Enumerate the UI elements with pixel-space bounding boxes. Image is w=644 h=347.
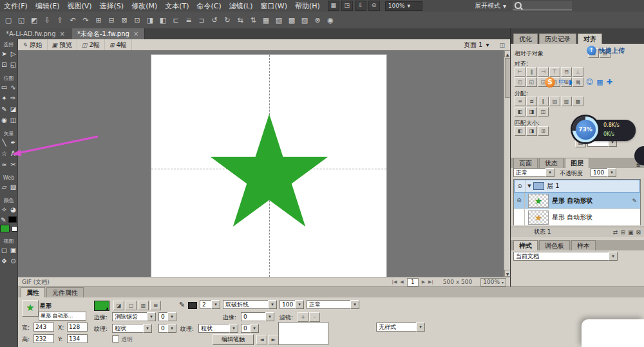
- match-size-icon[interactable]: ◨: [526, 126, 537, 136]
- align-left-icon[interactable]: ⊏: [170, 14, 182, 26]
- standard-screen-icon[interactable]: ▢: [1, 245, 8, 256]
- distribute-icon[interactable]: ▤: [549, 97, 560, 106]
- bring-to-front-icon[interactable]: ◨: [144, 14, 156, 26]
- shape-name-field[interactable]: 星形 自动形...: [39, 312, 86, 321]
- magnification-select[interactable]: 100% ▾: [385, 1, 422, 11]
- align-icon[interactable]: ◱: [526, 77, 537, 87]
- edit-layer-icon[interactable]: ✎: [632, 198, 637, 204]
- send-to-back-icon[interactable]: ◧: [157, 14, 169, 26]
- visibility-eye-icon[interactable]: ⊙: [514, 192, 525, 209]
- layer-folder-row[interactable]: ⊙ ▼ 层 1: [514, 180, 640, 192]
- arrange-icon[interactable]: ◳: [341, 1, 353, 11]
- visibility-eye-icon[interactable]: ⊙: [515, 180, 526, 192]
- quick-upload-widget[interactable]: ↑ 快捷上传: [587, 46, 625, 55]
- tab-swatches[interactable]: 样本: [571, 240, 596, 250]
- align-icon[interactable]: ⊥: [573, 67, 583, 77]
- add-filter-button[interactable]: +: [298, 312, 308, 322]
- crop-tool-icon[interactable]: ◱: [10, 59, 17, 70]
- full-screen-icon[interactable]: ▣: [10, 245, 17, 256]
- flip-horizontal-icon[interactable]: ⇆: [234, 14, 246, 26]
- remove-filter-button[interactable]: -: [309, 312, 320, 322]
- pen-tool-icon[interactable]: ✒: [10, 137, 17, 148]
- eyedropper-tool-icon[interactable]: ✧: [1, 204, 8, 215]
- distribute-icon[interactable]: ▥: [561, 97, 572, 106]
- import-icon[interactable]: ⇩: [41, 14, 53, 26]
- layer-row-selected[interactable]: ⊙ ★ 星形 自动形状 ✎: [514, 192, 640, 209]
- x-field[interactable]: 128: [67, 323, 88, 332]
- menu-item[interactable]: 滤镜(L): [225, 1, 257, 12]
- tab-optimize[interactable]: 优化: [513, 33, 538, 44]
- match-size-icon[interactable]: ⊞: [538, 126, 549, 136]
- align-icon[interactable]: ⊟: [561, 67, 572, 77]
- blur-tool-icon[interactable]: ◉: [1, 115, 8, 126]
- magic-wand-tool-icon[interactable]: ✦: [1, 93, 8, 104]
- group-icon[interactable]: ⊞: [93, 14, 104, 26]
- align-icon[interactable]: ⊤: [549, 67, 560, 77]
- rotate-ccw-icon[interactable]: ↺: [209, 14, 220, 26]
- menu-item[interactable]: 帮助(H): [291, 1, 324, 12]
- previous-frame-icon[interactable]: ◀: [400, 279, 403, 285]
- layer-name[interactable]: 星形 自动形状: [552, 196, 592, 205]
- menu-item[interactable]: 窗口(W): [257, 1, 291, 12]
- pointer-tool-icon[interactable]: ➤: [1, 48, 8, 59]
- current-document-select[interactable]: 当前文档 ▾: [513, 252, 618, 261]
- delete-layer-icon[interactable]: ⊠: [636, 229, 641, 236]
- menu-item[interactable]: 编辑(E): [32, 1, 64, 12]
- split-icon[interactable]: ⊡: [131, 14, 143, 26]
- pencil-tool-icon[interactable]: ✎: [1, 104, 8, 115]
- document-tab-active[interactable]: *未命名-1.fw.png ×: [71, 28, 145, 39]
- fit-canvas-icon[interactable]: ▧: [273, 14, 285, 26]
- zoom-level-select[interactable]: 100% ▾: [480, 278, 506, 286]
- open-icon[interactable]: ◱: [15, 14, 27, 26]
- stroke-color-swatch[interactable]: [188, 302, 197, 309]
- stroke-color-swatch[interactable]: [8, 216, 17, 223]
- rotate-cw-icon[interactable]: ↻: [222, 14, 233, 26]
- sogou-logo-icon[interactable]: S: [545, 77, 555, 88]
- tab-styles[interactable]: 样式: [513, 240, 538, 250]
- align-icon[interactable]: ◰: [515, 77, 526, 87]
- width-field[interactable]: 243: [33, 323, 54, 332]
- knife-tool-icon[interactable]: ✂: [10, 159, 17, 170]
- layer-row[interactable]: ★ 星形 自动形状: [514, 209, 640, 226]
- blend-mode-select[interactable]: 正常 ▾: [513, 168, 554, 177]
- show-grid-icon[interactable]: ▩: [286, 14, 298, 26]
- ungroup-icon[interactable]: ⊟: [106, 14, 117, 26]
- menu-item[interactable]: 视图(V): [63, 1, 95, 12]
- freeform-tool-icon[interactable]: ≈: [1, 159, 8, 170]
- scale-tool-icon[interactable]: ⊡: [1, 59, 8, 70]
- tab-states[interactable]: 状态: [539, 158, 564, 168]
- visibility-toggle[interactable]: [514, 209, 525, 225]
- new-bitmap-icon[interactable]: ⊞: [620, 229, 625, 236]
- align-icon[interactable]: ⊣: [538, 67, 549, 77]
- next-frame-icon[interactable]: ▶: [422, 279, 425, 285]
- distribute-icon[interactable]: ≣: [526, 97, 537, 106]
- page-select[interactable]: 页面 1 ▾: [459, 41, 495, 50]
- distribute-icon[interactable]: ∥: [538, 97, 549, 106]
- halfwidth-icon[interactable]: ◗: [569, 77, 573, 88]
- page-panel-icon[interactable]: ◫: [494, 42, 510, 48]
- undo-icon[interactable]: ↶: [67, 14, 79, 26]
- export-icon[interactable]: ⇧: [54, 14, 66, 26]
- distribute-icon[interactable]: ▦: [573, 97, 583, 106]
- view-mode-4up[interactable]: ⊞ 4幅: [105, 39, 132, 50]
- no-color-icon[interactable]: [12, 226, 17, 232]
- view-mode-preview[interactable]: ▣ 预览: [48, 39, 78, 50]
- shape-blend-mode-select[interactable]: 正常 ▾: [307, 300, 359, 309]
- menu-item[interactable]: 修改(M): [128, 1, 161, 12]
- emoji-icon[interactable]: ☺: [586, 77, 593, 88]
- net-speed-overlay[interactable]: 73% 0.8K/s 0K/s: [573, 117, 637, 145]
- punctuation-icon[interactable]: ，: [576, 77, 583, 88]
- input-method-bar[interactable]: S 中◗，☺▦✚: [545, 77, 612, 88]
- close-tab-icon[interactable]: ×: [133, 30, 138, 37]
- tab-properties[interactable]: 属性: [21, 287, 45, 297]
- match-size-icon[interactable]: ◧: [515, 126, 526, 136]
- line-tool-icon[interactable]: ╲: [1, 137, 8, 148]
- first-frame-icon[interactable]: |◀: [392, 279, 397, 285]
- fill-option-icon[interactable]: ▢: [126, 301, 137, 310]
- crop-document-icon[interactable]: ▦: [260, 14, 272, 26]
- search-icon[interactable]: ⊙: [368, 1, 380, 11]
- height-field[interactable]: 232: [33, 334, 54, 343]
- align-right-icon[interactable]: ⊐: [196, 14, 207, 26]
- filters-list[interactable]: [278, 322, 328, 345]
- align-center-icon[interactable]: ≡: [183, 14, 194, 26]
